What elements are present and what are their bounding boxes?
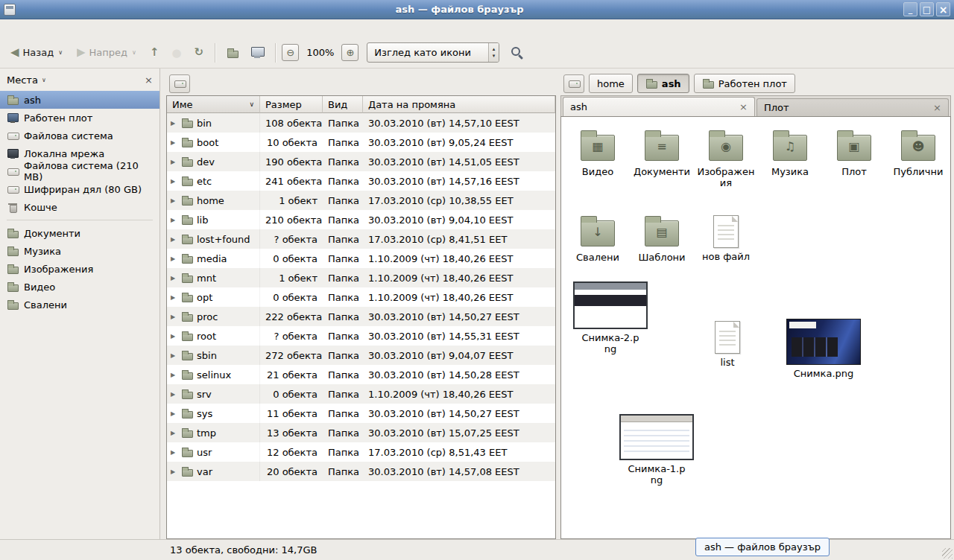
- icon-view-item[interactable]: ▣ Плот: [822, 126, 886, 181]
- expander-icon[interactable]: ▶: [171, 178, 177, 185]
- filesystem-root-button[interactable]: [563, 74, 584, 93]
- icon-view-item[interactable]: нов файл: [694, 211, 758, 266]
- zoom-in-button[interactable]: ⊕: [341, 44, 358, 61]
- maximize-button[interactable]: □: [920, 2, 934, 16]
- expander-icon[interactable]: ▶: [171, 449, 177, 456]
- sidebar-item[interactable]: ash: [0, 91, 159, 109]
- sidebar-item[interactable]: Кошче: [0, 198, 159, 216]
- titlebar[interactable]: ash — файлов браузър _ □ ×: [0, 0, 954, 19]
- computer-button[interactable]: [246, 42, 269, 64]
- sidebar-item[interactable]: Изображения: [0, 260, 159, 278]
- expander-icon[interactable]: ▶: [171, 372, 177, 378]
- file-row[interactable]: ▶ usr 12 обекта Папка 17.03.2010 (ср) 8,…: [167, 442, 555, 462]
- menu-item[interactable]: [56, 19, 69, 37]
- file-row[interactable]: ▶ root ? обекта Папка 30.03.2010 (вт) 14…: [167, 326, 555, 346]
- sidebar-item[interactable]: Файлова система: [0, 127, 159, 144]
- file-row[interactable]: ▶ lost+found ? обекта Папка 17.03.2010 (…: [167, 229, 555, 249]
- expander-icon[interactable]: ▶: [171, 197, 177, 204]
- home-button[interactable]: [221, 42, 244, 64]
- icon-view-item[interactable]: list: [713, 317, 742, 372]
- expander-icon[interactable]: ▶: [171, 217, 177, 223]
- expander-icon[interactable]: ▶: [171, 120, 177, 127]
- expander-icon[interactable]: ▶: [171, 236, 177, 243]
- view-mode-steppers[interactable]: ▴ ▾: [488, 43, 499, 62]
- expander-icon[interactable]: ▶: [171, 255, 177, 262]
- file-row[interactable]: ▶ etc 241 обекта Папка 30.03.2010 (вт) 1…: [167, 171, 555, 191]
- sidebar-item[interactable]: Документи: [0, 224, 159, 242]
- path-button[interactable]: ash: [637, 74, 689, 93]
- icon-view-item[interactable]: ▤ Шаблони: [630, 211, 694, 267]
- sidebar-close-button[interactable]: ×: [145, 74, 153, 86]
- tab-close-icon[interactable]: ×: [733, 101, 748, 112]
- stop-button[interactable]: ●: [166, 42, 186, 64]
- expander-icon[interactable]: ▶: [171, 333, 177, 340]
- icon-view-item[interactable]: ≡ Документи: [630, 126, 694, 181]
- menu-item[interactable]: [16, 19, 29, 37]
- expander-icon[interactable]: ▶: [171, 294, 177, 301]
- zoom-out-button[interactable]: ⊖: [282, 44, 299, 61]
- icon-view-item[interactable]: ♫ Музика: [758, 126, 822, 181]
- path-button[interactable]: home: [589, 74, 633, 93]
- icon-view-item[interactable]: ◉ Изображения: [694, 126, 758, 192]
- expander-icon[interactable]: ▶: [171, 352, 177, 359]
- icon-view-item[interactable]: Снимка.png: [785, 316, 862, 383]
- minimize-button[interactable]: _: [903, 2, 917, 16]
- file-row[interactable]: ▶ lib 210 обекта Папка 30.03.2010 (вт) 9…: [167, 210, 555, 229]
- icon-view-item[interactable]: ↓ Свалени: [566, 211, 630, 267]
- menu-item[interactable]: [69, 19, 83, 37]
- forward-button[interactable]: ▶ Напред ∨: [71, 42, 142, 64]
- file-row[interactable]: ▶ bin 108 обекта Папка 30.03.2010 (вт) 1…: [167, 113, 555, 133]
- sidebar-title[interactable]: Места: [7, 74, 38, 86]
- expander-icon[interactable]: ▶: [171, 314, 177, 320]
- sidebar-item[interactable]: Видео: [0, 278, 159, 296]
- expander-icon[interactable]: ▶: [171, 159, 177, 165]
- file-row[interactable]: ▶ home 1 обект Папка 17.03.2010 (ср) 10,…: [167, 191, 555, 210]
- view-mode-select[interactable]: Изглед като икони ▴ ▾: [367, 42, 499, 63]
- resize-grip[interactable]: [942, 548, 953, 559]
- icon-view-item[interactable]: Снимка-1.png: [618, 411, 695, 489]
- file-row[interactable]: ▶ tmp 13 обекта Папка 30.03.2010 (вт) 15…: [167, 423, 555, 442]
- expander-icon[interactable]: ▶: [171, 410, 177, 417]
- icon-view-item[interactable]: Снимка-2.png: [572, 279, 649, 358]
- column-header-size[interactable]: Размер: [260, 96, 323, 113]
- file-row[interactable]: ▶ media 0 обекта Папка 1.10.2009 (чт) 18…: [167, 249, 555, 268]
- sidebar-item[interactable]: Работен плот: [0, 109, 159, 127]
- file-row[interactable]: ▶ sbin 272 обекта Папка 30.03.2010 (вт) …: [167, 346, 555, 365]
- expander-icon[interactable]: ▶: [171, 468, 177, 475]
- tab[interactable]: Плот ×: [756, 98, 949, 116]
- sidebar-item[interactable]: Файлова система (210 MB): [0, 162, 159, 180]
- file-row[interactable]: ▶ opt 0 обекта Папка 1.10.2009 (чт) 18,4…: [167, 287, 555, 307]
- file-row[interactable]: ▶ sys 11 обекта Папка 30.03.2010 (вт) 14…: [167, 404, 555, 423]
- file-row[interactable]: ▶ dev 190 обекта Папка 30.03.2010 (вт) 1…: [167, 152, 555, 171]
- file-row[interactable]: ▶ var 20 обекта Папка 30.03.2010 (вт) 14…: [167, 462, 555, 481]
- file-row[interactable]: ▶ srv 0 обекта Папка 1.10.2009 (чт) 18,4…: [167, 384, 555, 404]
- file-row[interactable]: ▶ proc 222 обекта Папка 30.03.2010 (вт) …: [167, 307, 555, 326]
- search-button[interactable]: [502, 42, 527, 64]
- filesystem-root-button[interactable]: [169, 74, 190, 93]
- close-button[interactable]: ×: [936, 2, 950, 16]
- expander-icon[interactable]: ▶: [171, 275, 177, 281]
- icon-view-item[interactable]: ▦ Видео: [566, 126, 630, 181]
- sidebar-item[interactable]: Музика: [0, 242, 159, 260]
- column-header-date[interactable]: Дата на промяна: [363, 96, 555, 113]
- sidebar-item[interactable]: Шифриран дял (80 GB): [0, 180, 159, 198]
- sidebar-item[interactable]: Свалени: [0, 296, 159, 314]
- menu-item[interactable]: [29, 19, 42, 37]
- path-button[interactable]: Работен плот: [694, 74, 795, 93]
- window-icon[interactable]: [4, 4, 16, 16]
- expander-icon[interactable]: ▶: [171, 391, 177, 398]
- column-header-name[interactable]: Име ∨: [167, 96, 260, 113]
- reload-button[interactable]: ↻: [189, 42, 209, 64]
- menu-item[interactable]: [42, 19, 56, 37]
- back-button[interactable]: ◀ Назад ∨: [4, 42, 69, 64]
- file-row[interactable]: ▶ boot 10 обекта Папка 30.03.2010 (вт) 9…: [167, 133, 555, 152]
- file-row[interactable]: ▶ selinux 21 обекта Папка 30.03.2010 (вт…: [167, 365, 555, 384]
- menu-item[interactable]: [2, 19, 16, 37]
- expander-icon[interactable]: ▶: [171, 139, 177, 146]
- file-row[interactable]: ▶ mnt 1 обект Папка 1.10.2009 (чт) 18,40…: [167, 268, 555, 287]
- expander-icon[interactable]: ▶: [171, 430, 177, 436]
- column-header-type[interactable]: Вид: [323, 96, 363, 113]
- icon-view-item[interactable]: ☻ Публични: [886, 126, 950, 181]
- tab-close-icon[interactable]: ×: [927, 102, 941, 113]
- up-button[interactable]: ↑: [145, 42, 165, 64]
